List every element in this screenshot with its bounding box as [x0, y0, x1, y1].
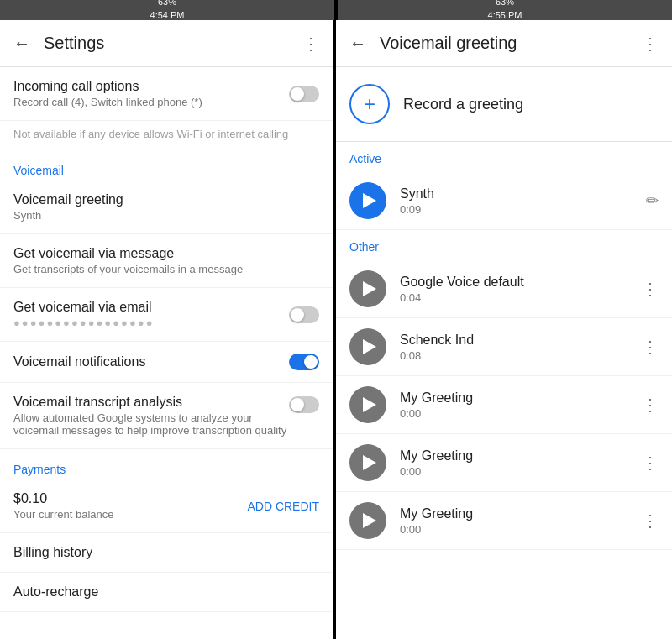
voicemail-transcript-toggle[interactable]	[289, 396, 319, 413]
play-triangle-other-4	[363, 513, 376, 528]
record-greeting-row[interactable]: + Record a greeting	[336, 67, 672, 142]
more-vert-icon-0[interactable]: ⋮	[642, 279, 659, 299]
balance-text: $0.10 Your current balance	[13, 491, 247, 521]
other-greeting-name-3: My Greeting	[400, 448, 642, 464]
play-triangle-other-2	[363, 397, 376, 412]
play-button-other-0[interactable]	[349, 270, 386, 307]
back-button[interactable]: ←	[13, 34, 30, 53]
play-button-other-2[interactable]	[349, 386, 386, 423]
billing-history-label: Billing history	[13, 545, 319, 560]
voicemail-greeting-item[interactable]: Voicemail greeting Synth	[0, 181, 333, 234]
other-greeting-name-0: Google Voice default	[400, 275, 642, 290]
settings-content: Incoming call options Record call (4), S…	[0, 67, 333, 639]
voicemail-transcript-label: Voicemail transcript analysis	[13, 395, 289, 410]
other-greeting-item[interactable]: Schenck Ind 0:08 ⋮	[336, 318, 672, 376]
get-voicemail-message-subtitle: Get transcripts of your voicemails in a …	[13, 263, 319, 275]
record-icon-circle: +	[349, 84, 390, 124]
incoming-call-subtitle: Record call (4), Switch linked phone (*)	[13, 96, 289, 108]
synth-duration: 0:09	[400, 203, 646, 216]
balance-amount: $0.10	[13, 491, 247, 506]
play-triangle-other-1	[363, 339, 376, 354]
toggle-knob-email	[291, 308, 304, 322]
voicemail-back-button[interactable]: ←	[349, 34, 366, 53]
voicemail-section-label: Voicemail	[0, 150, 333, 181]
edit-icon[interactable]: ✏	[646, 191, 659, 210]
toggle-knob-transcript	[291, 398, 304, 411]
more-vert-icon-1[interactable]: ⋮	[642, 337, 659, 357]
voicemail-transcript-item[interactable]: Voicemail transcript analysis Allow auto…	[0, 383, 333, 449]
toggle-knob	[291, 87, 304, 101]
active-section-label: Active	[336, 142, 672, 172]
other-greetings-list: Google Voice default 0:04 ⋮ Schenck Ind …	[336, 260, 672, 550]
auto-recharge-item[interactable]: Auto-recharge	[0, 573, 333, 612]
other-greeting-item[interactable]: My Greeting 0:00 ⋮	[336, 434, 672, 492]
voicemail-transcript-subtitle: Allow automated Google systems to analyz…	[13, 411, 289, 437]
incoming-call-label: Incoming call options	[13, 79, 289, 94]
synth-name: Synth	[400, 186, 646, 202]
payments-section-label: Payments	[0, 449, 333, 479]
other-greeting-item[interactable]: Google Voice default 0:04 ⋮	[336, 260, 672, 318]
play-triangle-other-3	[363, 455, 376, 470]
active-greeting-item[interactable]: Synth 0:09 ✏	[336, 172, 672, 230]
more-vert-icon-3[interactable]: ⋮	[642, 453, 659, 473]
other-greeting-text-3: My Greeting 0:00	[400, 448, 642, 478]
auto-recharge-label: Auto-recharge	[13, 584, 319, 600]
add-credit-button[interactable]: ADD CREDIT	[247, 500, 319, 513]
status-bar-left: ▣ ⧉ ▲ ▋ 🔋 63% 4:54 PM	[0, 0, 338, 20]
voicemail-notifications-label: Voicemail notifications	[13, 354, 289, 369]
billing-history-text: Billing history	[13, 545, 319, 560]
settings-panel: ← Settings ⋮ Incoming call options Recor…	[0, 20, 336, 639]
settings-header: ← Settings ⋮	[0, 20, 333, 67]
incoming-call-text: Incoming call options Record call (4), S…	[13, 79, 289, 108]
play-button-other-1[interactable]	[349, 328, 386, 365]
auto-recharge-text: Auto-recharge	[13, 584, 319, 600]
play-button-synth[interactable]	[349, 182, 386, 219]
more-vert-icon-2[interactable]: ⋮	[642, 395, 659, 415]
play-triangle-synth	[363, 193, 376, 208]
plus-icon: +	[364, 94, 375, 114]
get-voicemail-email-item[interactable]: Get voicemail via email ●●●●●●●●●●●●●●●●…	[0, 288, 333, 342]
other-greeting-text-4: My Greeting 0:00	[400, 506, 642, 536]
incoming-call-note: Not available if any device allows Wi-Fi…	[0, 121, 333, 150]
other-greeting-item[interactable]: My Greeting 0:00 ⋮	[336, 492, 672, 550]
other-greeting-duration-1: 0:08	[400, 349, 642, 362]
other-greeting-duration-4: 0:00	[400, 523, 642, 536]
status-time-left: 63%	[158, 0, 176, 7]
balance-item: $0.10 Your current balance ADD CREDIT	[0, 479, 333, 533]
record-greeting-label: Record a greeting	[403, 96, 523, 113]
synth-text: Synth 0:09	[400, 186, 646, 216]
voicemail-greeting-subtitle: Synth	[13, 209, 319, 222]
billing-history-item[interactable]: Billing history	[0, 533, 333, 573]
main-content: ← Settings ⋮ Incoming call options Recor…	[0, 20, 672, 639]
voicemail-more-button[interactable]: ⋮	[642, 34, 659, 54]
get-voicemail-email-text: Get voicemail via email ●●●●●●●●●●●●●●●●…	[13, 300, 289, 329]
get-voicemail-message-label: Get voicemail via message	[13, 246, 319, 261]
voicemail-email-toggle[interactable]	[289, 306, 319, 323]
voicemail-transcript-text: Voicemail transcript analysis Allow auto…	[13, 395, 289, 437]
other-greeting-name-2: My Greeting	[400, 390, 642, 406]
other-greeting-item[interactable]: My Greeting 0:00 ⋮	[336, 376, 672, 434]
more-vert-icon-4[interactable]: ⋮	[642, 511, 659, 531]
toggle-knob-notifications	[304, 355, 318, 369]
other-greeting-text-0: Google Voice default 0:04	[400, 275, 642, 304]
voicemail-notifications-text: Voicemail notifications	[13, 354, 289, 369]
voicemail-notifications-item[interactable]: Voicemail notifications	[0, 342, 333, 383]
play-button-other-3[interactable]	[349, 444, 386, 481]
other-greeting-duration-0: 0:04	[400, 291, 642, 304]
other-greeting-name-4: My Greeting	[400, 506, 642, 521]
voicemail-greeting-panel: ← Voicemail greeting ⋮ + Record a greeti…	[336, 20, 672, 639]
voicemail-notifications-toggle[interactable]	[289, 354, 319, 370]
incoming-call-toggle[interactable]	[289, 86, 319, 102]
balance-subtitle: Your current balance	[13, 508, 247, 521]
status-bar: ▣ ⧉ ▲ ▋ 🔋 63% 4:54 PM ▣ ⧉ ▲ ▋ 🔋 63% 4:55…	[0, 0, 672, 20]
incoming-call-item[interactable]: Incoming call options Record call (4), S…	[0, 67, 333, 121]
clock-left: 4:54 PM	[150, 10, 185, 20]
more-options-button[interactable]: ⋮	[302, 34, 319, 54]
other-greeting-duration-3: 0:00	[400, 465, 642, 478]
voicemail-greeting-text: Voicemail greeting Synth	[13, 192, 319, 222]
get-voicemail-message-item[interactable]: Get voicemail via message Get transcript…	[0, 234, 333, 288]
other-greeting-duration-2: 0:00	[400, 407, 642, 420]
other-greeting-name-1: Schenck Ind	[400, 333, 642, 348]
play-button-other-4[interactable]	[349, 502, 386, 539]
other-greeting-text-2: My Greeting 0:00	[400, 390, 642, 420]
